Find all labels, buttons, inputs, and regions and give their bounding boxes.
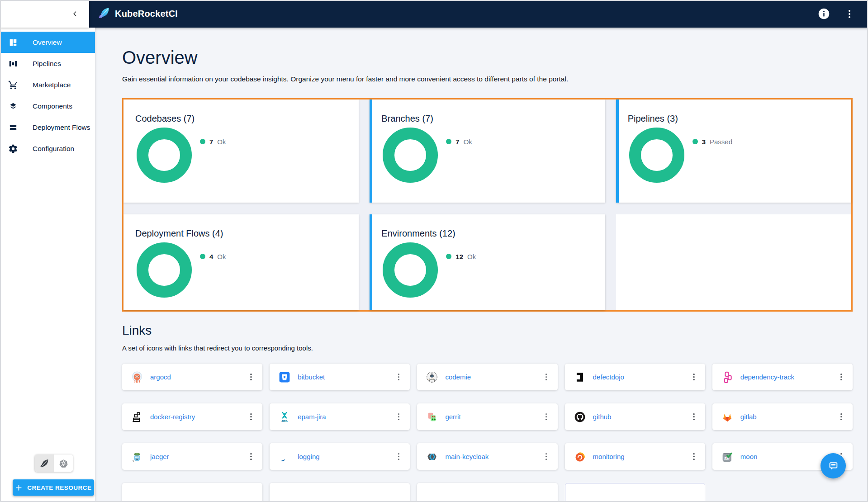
link-label[interactable]: main-keycloak	[445, 453, 489, 460]
components-icon	[8, 101, 19, 112]
link-label[interactable]: docker-registry	[150, 413, 195, 421]
sidebar-item-overview[interactable]: Overview	[0, 32, 95, 53]
donut-chart	[137, 242, 192, 298]
link-label[interactable]: epam-jira	[298, 413, 326, 421]
links-title: Links	[122, 323, 853, 338]
sidebar-item-label: Pipelines	[33, 60, 61, 68]
chat-fab[interactable]	[821, 453, 846, 478]
collapse-sidebar-icon[interactable]	[71, 9, 79, 18]
link-menu-icon[interactable]	[245, 411, 257, 423]
link-menu-icon[interactable]	[245, 451, 257, 463]
pipelines-icon	[8, 58, 19, 69]
link-card-partial	[565, 483, 705, 502]
link-menu-icon[interactable]	[688, 451, 700, 463]
donut-legend: 3 Passed	[693, 137, 732, 146]
info-icon[interactable]	[818, 8, 830, 20]
link-menu-icon[interactable]	[835, 411, 847, 423]
sidebar-item-pipelines[interactable]: Pipelines	[0, 53, 95, 74]
link-card-docker-registry: docker-registry	[122, 403, 262, 430]
link-label[interactable]: moon	[740, 453, 758, 460]
link-card-epam-jira: JIRA epam-jira	[270, 403, 410, 430]
legend-dot	[446, 254, 451, 259]
deployment-flows-icon	[8, 122, 19, 133]
link-label[interactable]: codemie	[445, 373, 471, 381]
more-menu-icon[interactable]	[844, 8, 855, 20]
link-card-main-keycloak: main-keycloak	[417, 443, 557, 470]
github-icon	[574, 411, 586, 423]
moon-icon: Se	[721, 451, 733, 463]
kuberocketci-logo-icon	[98, 7, 110, 21]
link-menu-icon[interactable]	[688, 411, 700, 423]
app-title: KubeRocketCI	[115, 9, 178, 19]
sidebar-item-label: Components	[33, 102, 72, 110]
legend-dot	[446, 139, 451, 144]
link-label[interactable]: defectdojo	[593, 373, 624, 381]
legend-value: 12	[455, 253, 463, 260]
link-label[interactable]: argocd	[150, 373, 171, 381]
donut-chart	[137, 128, 192, 183]
chat-bubble-icon	[827, 460, 840, 472]
link-label[interactable]: bitbucket	[298, 373, 325, 381]
link-label[interactable]: github	[593, 413, 612, 421]
link-menu-icon[interactable]	[245, 371, 257, 383]
link-card-partial	[417, 483, 557, 502]
main-content: Overview Gain essential information on y…	[95, 28, 868, 502]
kubernetes-view-toggle-icon[interactable]	[54, 455, 73, 472]
sidebar-item-deployment-flows[interactable]: Deployment Flows	[0, 117, 95, 138]
krci-view-toggle-icon[interactable]	[35, 455, 54, 472]
page-title: Overview	[122, 47, 853, 68]
legend-label: Passed	[710, 138, 732, 146]
link-menu-icon[interactable]	[541, 371, 552, 383]
sidebar-item-configuration[interactable]: Configuration	[0, 138, 95, 159]
app-header: KubeRocketCI	[89, 0, 868, 28]
sidebar-nav: Overview Pipelines Marketplace Component…	[0, 28, 95, 159]
create-resource-button[interactable]: CREATE RESOURCE	[13, 479, 94, 496]
docker-registry-icon	[131, 411, 143, 423]
link-label[interactable]: gitlab	[740, 413, 757, 421]
link-label[interactable]: logging	[298, 453, 319, 460]
page-description: Gain essential information on your codeb…	[122, 75, 853, 83]
link-card-codemie: CodeMie codemie	[417, 364, 557, 390]
bitbucket-icon	[279, 371, 290, 383]
legend-label: Ok	[217, 253, 226, 260]
gitlab-icon	[721, 411, 733, 423]
sidebar-item-marketplace[interactable]: Marketplace	[0, 74, 95, 95]
sidebar-item-components[interactable]: Components	[0, 95, 95, 117]
link-label[interactable]: gerrit	[445, 413, 460, 421]
stat-card-environments-12: Environments (12) 12 Ok	[370, 214, 605, 310]
brand: KubeRocketCI	[98, 7, 178, 21]
link-menu-icon[interactable]	[688, 371, 700, 383]
codemie-icon: CodeMie	[426, 371, 438, 383]
link-label[interactable]: monitoring	[593, 453, 625, 460]
legend-value: 4	[209, 253, 213, 260]
sidebar: Overview Pipelines Marketplace Component…	[0, 28, 95, 502]
stat-card-title: Pipelines (3)	[628, 113, 840, 124]
legend-value: 3	[702, 138, 706, 146]
link-menu-icon[interactable]	[393, 451, 404, 463]
link-label[interactable]: dependency-track	[740, 373, 794, 381]
marketplace-icon	[8, 80, 19, 90]
svg-text:JIRA: JIRA	[281, 420, 288, 422]
gerrit-icon	[426, 411, 438, 423]
argocd-icon	[131, 371, 143, 383]
legend-label: Ok	[467, 253, 476, 260]
sidebar-item-label: Marketplace	[33, 81, 71, 89]
link-menu-icon[interactable]	[835, 371, 847, 383]
link-menu-icon[interactable]	[541, 451, 552, 463]
link-menu-icon[interactable]	[393, 371, 404, 383]
donut-chart	[629, 128, 684, 183]
jaeger-icon	[131, 451, 143, 463]
monitoring-icon	[574, 451, 586, 463]
svg-text:CodeMie: CodeMie	[429, 379, 436, 380]
legend-label: Ok	[464, 138, 472, 146]
header-actions	[818, 8, 855, 20]
epam-jira-icon: JIRA	[279, 411, 290, 423]
link-menu-icon[interactable]	[393, 411, 404, 423]
link-card-partial	[122, 483, 262, 502]
donut-legend: 4 Ok	[200, 252, 226, 260]
link-menu-icon[interactable]	[541, 411, 552, 423]
link-label[interactable]: jaeger	[150, 453, 169, 460]
stat-card-pipelines-3: Pipelines (3) 3 Passed	[616, 99, 851, 203]
link-card-jaeger: jaeger	[122, 443, 262, 470]
link-card-monitoring: monitoring	[565, 443, 705, 470]
